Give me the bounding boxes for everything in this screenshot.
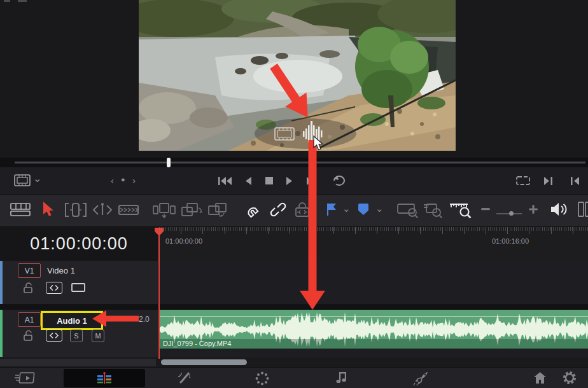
marker-icon[interactable] [358,203,369,216]
audio-monitor-icon[interactable] [550,202,568,217]
trim-edit-mode-icon[interactable] [64,202,88,218]
overwrite-clip-icon[interactable] [181,202,202,219]
mouse-cursor [313,135,324,151]
master-timecode: 01:00:00:00 [30,234,128,254]
link-clips-icon[interactable] [270,202,286,218]
video-track-color-strip [0,261,3,304]
insert-clip-icon[interactable] [153,202,176,219]
step-back-button[interactable] [244,177,251,185]
audio-clip-name-bar: DJI_0799 - Copy.MP4 [159,339,588,349]
play-button[interactable] [286,177,293,185]
timecode-panel: 01:00:00:00 [0,227,158,261]
zoom-custom-icon[interactable] [449,202,472,219]
annotation-arrow-horizontal [88,310,143,327]
viewer-toolbar-cropped-icon [18,0,27,2]
settings-gear-icon[interactable] [563,371,577,385]
transport-bar: ⌄ ‹ ● › [0,167,588,194]
page-nav-bar [0,367,588,388]
loop-button[interactable] [332,175,347,186]
audio-track-lane[interactable]: DJI_0799 - Copy.MP4 [158,310,588,357]
loop-range-icon[interactable] [515,176,531,186]
zoom-out-minus-icon[interactable] [481,208,490,211]
video-track-badge[interactable]: V1 [18,263,41,278]
viewer-mode-icon[interactable] [14,174,31,186]
video-track-autoselect-icon[interactable] [46,282,62,294]
audio-track-mute-button[interactable]: M [92,329,104,342]
edit-toolbar: ⌄ ⌄ [0,194,588,228]
next-clip-icon[interactable] [544,177,553,185]
audio-track-lock-icon[interactable] [23,330,33,342]
first-frame-button[interactable] [218,177,232,185]
audio-track-color-strip [0,310,3,357]
audio-track-name[interactable]: Audio 1 [57,316,87,326]
viewer-scrub-playhead[interactable] [167,158,171,167]
timeline-scroll-row [0,358,588,367]
davinci-resolve-edit-page: { "icons": { "chevron_down": "⌄", "jog_l… [0,0,588,388]
audio-clip-name: DJI_0799 - Copy.MP4 [163,340,231,347]
video-track-lane[interactable] [158,261,588,304]
page-edit-icon [97,372,111,385]
ruler-label-mid: 01:00:16:00 [492,237,529,245]
timeline-h-scrollbar[interactable] [161,359,247,365]
marker-chevron-icon[interactable]: ⌄ [375,203,384,214]
zoom-slider-knob[interactable] [509,211,514,216]
ruler-label-start: 01:00:00:00 [165,237,202,245]
video-track-lock-icon[interactable] [23,282,33,294]
home-icon[interactable] [533,371,547,384]
viewer-toolbar-cropped-icon [4,0,10,2]
page-color-icon[interactable] [255,371,270,386]
audio-clip[interactable]: DJI_0799 - Copy.MP4 [159,310,588,349]
video-track-name[interactable]: Video 1 [47,266,75,275]
dynamic-trim-mode-icon[interactable] [92,202,113,218]
replace-clip-icon[interactable] [207,202,230,219]
video-track-header[interactable]: V1 Video 1 [0,261,158,304]
flag-chevron-icon[interactable]: ⌄ [342,203,351,214]
page-media-icon[interactable] [14,371,36,384]
mixer-icon[interactable] [578,202,588,217]
video-track-destination-icon[interactable] [71,283,85,292]
timeline-view-options-icon[interactable] [10,202,31,218]
page-fairlight-icon[interactable] [335,371,349,385]
selection-mode-icon[interactable] [41,201,55,218]
header-panel-footer [0,359,156,366]
audio-track-solo-button[interactable]: S [70,329,83,342]
zoom-full-extent-icon[interactable] [397,202,420,219]
track-divider [0,304,588,310]
timeline-ruler[interactable]: 01:00:00:00 01:00:16:00 [158,227,588,261]
snapping-magnet-icon[interactable] [243,201,261,219]
zoom-in-plus-icon[interactable] [529,205,538,214]
jog-right-icon[interactable]: › [132,175,136,186]
playhead-line[interactable] [158,228,160,359]
previous-clip-icon[interactable] [570,177,579,185]
video-preview[interactable] [139,0,456,151]
jog-center-icon[interactable]: ● [121,176,125,183]
audio-track-autoselect-icon[interactable] [46,329,62,342]
page-deliver-icon[interactable] [412,370,429,387]
page-fusion-icon[interactable] [177,371,192,386]
zoom-slider[interactable] [496,213,522,214]
jog-left-icon[interactable]: ‹ [111,175,114,186]
viewer-mode-chevron-icon[interactable]: ⌄ [33,172,41,184]
annotation-arrow-vertical [298,137,328,313]
stop-button[interactable] [265,177,273,184]
audio-track-badge[interactable]: A1 [18,312,41,327]
page-edit-tab-active[interactable] [64,369,145,387]
razor-edit-icon[interactable] [118,203,139,217]
zoom-detail-icon[interactable] [423,202,444,219]
